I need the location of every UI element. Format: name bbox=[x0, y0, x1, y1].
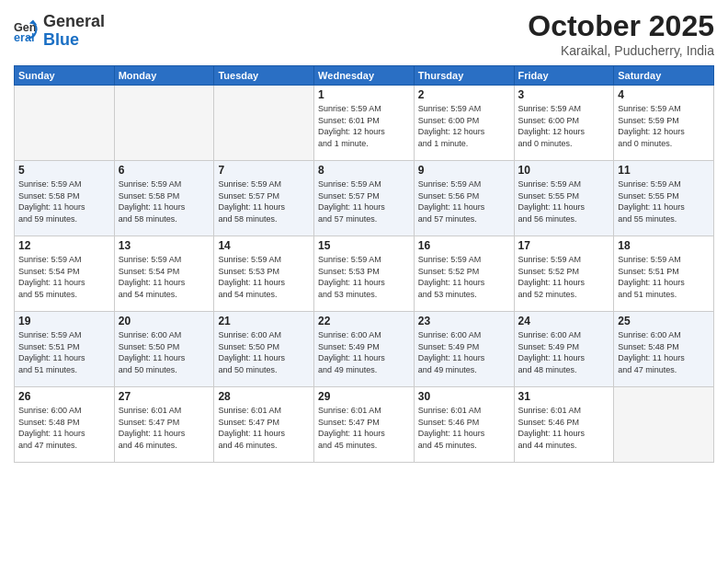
day-info: Sunrise: 5:59 AMSunset: 5:59 PMDaylight:… bbox=[618, 103, 710, 149]
header: Gen eral General Blue October 2025 Karai… bbox=[14, 9, 714, 58]
day-info: Sunrise: 5:59 AMSunset: 5:52 PMDaylight:… bbox=[518, 254, 610, 300]
day-info: Sunrise: 5:59 AMSunset: 6:00 PMDaylight:… bbox=[418, 103, 510, 149]
day-info: Sunrise: 5:59 AMSunset: 5:58 PMDaylight:… bbox=[119, 178, 210, 224]
day-number: 31 bbox=[518, 390, 610, 403]
day-number: 14 bbox=[218, 239, 310, 252]
subtitle: Karaikal, Puducherry, India bbox=[528, 43, 714, 58]
day-number: 26 bbox=[18, 390, 110, 403]
table-row: 2Sunrise: 5:59 AMSunset: 6:00 PMDaylight… bbox=[414, 86, 514, 161]
table-row: 25Sunrise: 6:00 AMSunset: 5:48 PMDayligh… bbox=[614, 312, 714, 387]
day-info: Sunrise: 5:59 AMSunset: 5:53 PMDaylight:… bbox=[218, 254, 310, 300]
calendar-week-row: 12Sunrise: 5:59 AMSunset: 5:54 PMDayligh… bbox=[15, 236, 714, 312]
day-info: Sunrise: 5:59 AMSunset: 5:55 PMDaylight:… bbox=[518, 178, 610, 224]
day-info: Sunrise: 5:59 AMSunset: 5:58 PMDaylight:… bbox=[18, 178, 110, 224]
day-info: Sunrise: 6:00 AMSunset: 5:48 PMDaylight:… bbox=[18, 405, 110, 451]
day-number: 4 bbox=[618, 88, 710, 101]
day-number: 2 bbox=[418, 88, 510, 101]
table-row: 6Sunrise: 5:59 AMSunset: 5:58 PMDaylight… bbox=[114, 161, 214, 236]
day-info: Sunrise: 5:59 AMSunset: 5:57 PMDaylight:… bbox=[218, 178, 310, 224]
day-number: 11 bbox=[618, 164, 710, 177]
day-info: Sunrise: 6:01 AMSunset: 5:46 PMDaylight:… bbox=[418, 405, 510, 451]
header-thursday: Thursday bbox=[414, 66, 514, 86]
day-info: Sunrise: 6:01 AMSunset: 5:47 PMDaylight:… bbox=[318, 405, 410, 451]
day-number: 15 bbox=[318, 239, 410, 252]
day-number: 17 bbox=[518, 239, 610, 252]
table-row bbox=[114, 86, 214, 161]
day-number: 23 bbox=[418, 315, 510, 327]
header-sunday: Sunday bbox=[15, 66, 115, 86]
day-number: 13 bbox=[119, 239, 210, 252]
day-info: Sunrise: 5:59 AMSunset: 6:01 PMDaylight:… bbox=[318, 103, 410, 149]
day-number: 27 bbox=[119, 390, 210, 403]
day-number: 9 bbox=[418, 164, 510, 177]
day-info: Sunrise: 5:59 AMSunset: 5:53 PMDaylight:… bbox=[318, 254, 410, 300]
day-info: Sunrise: 6:00 AMSunset: 5:49 PMDaylight:… bbox=[318, 329, 410, 375]
day-info: Sunrise: 5:59 AMSunset: 5:51 PMDaylight:… bbox=[18, 329, 110, 375]
day-info: Sunrise: 6:00 AMSunset: 5:50 PMDaylight:… bbox=[218, 329, 310, 375]
calendar-header-row: Sunday Monday Tuesday Wednesday Thursday… bbox=[15, 66, 714, 86]
day-info: Sunrise: 6:00 AMSunset: 5:49 PMDaylight:… bbox=[518, 329, 610, 375]
table-row: 20Sunrise: 6:00 AMSunset: 5:50 PMDayligh… bbox=[114, 312, 214, 387]
table-row: 7Sunrise: 5:59 AMSunset: 5:57 PMDaylight… bbox=[214, 161, 314, 236]
table-row: 11Sunrise: 5:59 AMSunset: 5:55 PMDayligh… bbox=[614, 161, 714, 236]
header-monday: Monday bbox=[114, 66, 214, 86]
day-info: Sunrise: 6:00 AMSunset: 5:50 PMDaylight:… bbox=[119, 329, 210, 375]
day-info: Sunrise: 5:59 AMSunset: 5:51 PMDaylight:… bbox=[618, 254, 710, 300]
day-number: 24 bbox=[518, 315, 610, 327]
day-number: 19 bbox=[18, 315, 110, 327]
header-wednesday: Wednesday bbox=[314, 66, 415, 86]
calendar: Sunday Monday Tuesday Wednesday Thursday… bbox=[14, 65, 714, 463]
table-row bbox=[15, 86, 115, 161]
table-row: 13Sunrise: 5:59 AMSunset: 5:54 PMDayligh… bbox=[114, 236, 214, 312]
day-info: Sunrise: 5:59 AMSunset: 5:52 PMDaylight:… bbox=[418, 254, 510, 300]
day-info: Sunrise: 6:01 AMSunset: 5:47 PMDaylight:… bbox=[218, 405, 310, 451]
day-number: 8 bbox=[318, 164, 410, 177]
day-number: 30 bbox=[418, 390, 510, 403]
day-number: 20 bbox=[119, 315, 210, 327]
calendar-week-row: 1Sunrise: 5:59 AMSunset: 6:01 PMDaylight… bbox=[15, 86, 714, 161]
day-number: 5 bbox=[18, 164, 110, 177]
day-number: 22 bbox=[318, 315, 410, 327]
day-info: Sunrise: 6:00 AMSunset: 5:49 PMDaylight:… bbox=[418, 329, 510, 375]
table-row bbox=[614, 387, 714, 463]
header-tuesday: Tuesday bbox=[214, 66, 314, 86]
page: Gen eral General Blue October 2025 Karai… bbox=[0, 0, 728, 563]
calendar-week-row: 5Sunrise: 5:59 AMSunset: 5:58 PMDaylight… bbox=[15, 161, 714, 236]
logo-icon: Gen eral bbox=[14, 18, 40, 44]
day-info: Sunrise: 5:59 AMSunset: 5:54 PMDaylight:… bbox=[18, 254, 110, 300]
day-number: 21 bbox=[218, 315, 310, 327]
header-friday: Friday bbox=[514, 66, 614, 86]
logo-text: General Blue bbox=[43, 13, 105, 50]
table-row: 5Sunrise: 5:59 AMSunset: 5:58 PMDaylight… bbox=[15, 161, 115, 236]
table-row bbox=[214, 86, 314, 161]
table-row: 22Sunrise: 6:00 AMSunset: 5:49 PMDayligh… bbox=[314, 312, 415, 387]
day-info: Sunrise: 5:59 AMSunset: 5:55 PMDaylight:… bbox=[618, 178, 710, 224]
table-row: 18Sunrise: 5:59 AMSunset: 5:51 PMDayligh… bbox=[614, 236, 714, 312]
table-row: 26Sunrise: 6:00 AMSunset: 5:48 PMDayligh… bbox=[15, 387, 115, 463]
day-number: 12 bbox=[18, 239, 110, 252]
day-number: 10 bbox=[518, 164, 610, 177]
day-number: 28 bbox=[218, 390, 310, 403]
table-row: 21Sunrise: 6:00 AMSunset: 5:50 PMDayligh… bbox=[214, 312, 314, 387]
day-info: Sunrise: 6:00 AMSunset: 5:48 PMDaylight:… bbox=[618, 329, 710, 375]
day-info: Sunrise: 6:01 AMSunset: 5:47 PMDaylight:… bbox=[119, 405, 210, 451]
table-row: 19Sunrise: 5:59 AMSunset: 5:51 PMDayligh… bbox=[15, 312, 115, 387]
day-info: Sunrise: 6:01 AMSunset: 5:46 PMDaylight:… bbox=[518, 405, 610, 451]
table-row: 14Sunrise: 5:59 AMSunset: 5:53 PMDayligh… bbox=[214, 236, 314, 312]
table-row: 10Sunrise: 5:59 AMSunset: 5:55 PMDayligh… bbox=[514, 161, 614, 236]
logo: Gen eral General Blue bbox=[14, 13, 105, 50]
day-number: 25 bbox=[618, 315, 710, 327]
table-row: 30Sunrise: 6:01 AMSunset: 5:46 PMDayligh… bbox=[414, 387, 514, 463]
table-row: 3Sunrise: 5:59 AMSunset: 6:00 PMDaylight… bbox=[514, 86, 614, 161]
calendar-week-row: 26Sunrise: 6:00 AMSunset: 5:48 PMDayligh… bbox=[15, 387, 714, 463]
day-number: 3 bbox=[518, 88, 610, 101]
day-number: 18 bbox=[618, 239, 710, 252]
header-saturday: Saturday bbox=[614, 66, 714, 86]
day-number: 6 bbox=[119, 164, 210, 177]
table-row: 27Sunrise: 6:01 AMSunset: 5:47 PMDayligh… bbox=[114, 387, 214, 463]
table-row: 17Sunrise: 5:59 AMSunset: 5:52 PMDayligh… bbox=[514, 236, 614, 312]
table-row: 1Sunrise: 5:59 AMSunset: 6:01 PMDaylight… bbox=[314, 86, 415, 161]
table-row: 4Sunrise: 5:59 AMSunset: 5:59 PMDaylight… bbox=[614, 86, 714, 161]
table-row: 24Sunrise: 6:00 AMSunset: 5:49 PMDayligh… bbox=[514, 312, 614, 387]
day-info: Sunrise: 5:59 AMSunset: 5:56 PMDaylight:… bbox=[418, 178, 510, 224]
